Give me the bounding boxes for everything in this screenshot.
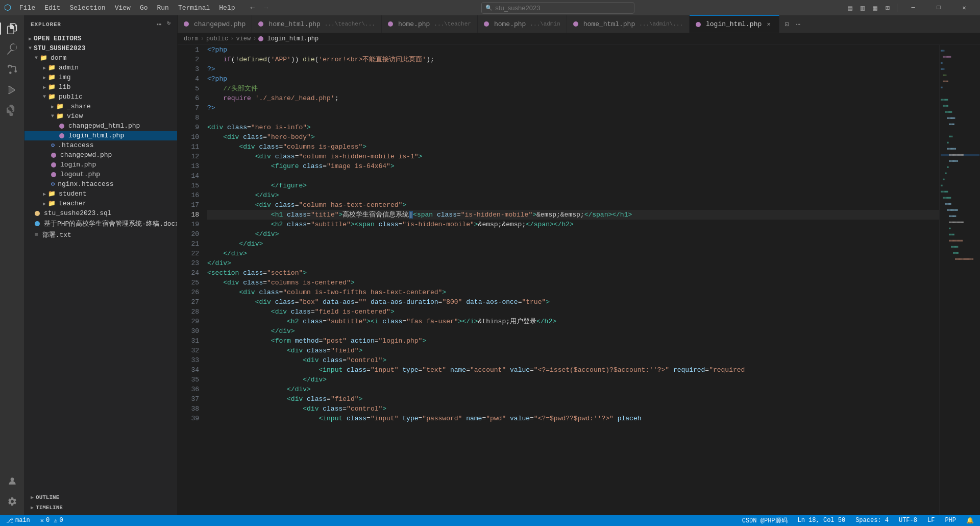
nav-back-button[interactable]: ← (248, 3, 258, 13)
ln-20: 20 (178, 229, 199, 239)
breadcrumb-file-name[interactable]: login_html.php (267, 35, 318, 42)
tab-login-html[interactable]: login_html.php ✕ (690, 15, 779, 33)
code-line-32: <div class="field"> (207, 346, 939, 355)
status-notifications[interactable]: 🔔 (964, 517, 976, 524)
search-bar: 🔍 (275, 2, 841, 14)
nginx-htaccess-icon: ⚙ (51, 180, 55, 188)
status-line-col[interactable]: Ln 18, Col 50 (796, 517, 848, 524)
tree-folder-img[interactable]: ▶ 📁 img (24, 73, 177, 82)
tree-folder-dorm[interactable]: ▼ 📁 dorm (24, 53, 177, 63)
split-editor-button[interactable]: ⊡ (781, 19, 792, 30)
sidebar-more-button[interactable]: ⋯ (157, 19, 162, 30)
tree-file-logout[interactable]: logout.php (24, 170, 177, 179)
code-line-2: if(!defined('APP')) die('error!<br>不能直接访… (207, 55, 939, 64)
tree-file-txt[interactable]: ≡ 部署.txt (24, 229, 177, 241)
tab-home-teacher[interactable]: home.php ...\teacher (382, 15, 478, 33)
editor-area: changepwd.php home_html.php ...\teacher\… (178, 15, 980, 515)
menu-run[interactable]: Run (153, 3, 173, 13)
ln-24: 24 (178, 268, 199, 278)
tree-file-docx[interactable]: 基于PHP的高校学生宿舍管理系统-终稿.docx (24, 218, 177, 229)
tree-folder-admin[interactable]: ▶ 📁 admin (24, 63, 177, 73)
outline-toggle[interactable]: ▶ OUTLINE (24, 492, 177, 503)
tab-home-html-teacher[interactable]: home_html.php ...\teacher\... (252, 15, 381, 33)
more-tabs-button[interactable]: ⋯ (793, 19, 803, 30)
activity-account[interactable] (3, 472, 21, 490)
code-line-6: require './_share/_head.php'; (207, 93, 939, 103)
status-branch[interactable]: ⎇ main (4, 517, 32, 524)
code-line-14 (207, 171, 939, 181)
code-line-31: <form method="post" action="login.php"> (207, 336, 939, 346)
status-spaces[interactable]: Spaces: 4 (853, 517, 891, 524)
status-language[interactable]: PHP (943, 517, 958, 524)
tree-file-nginx-htaccess[interactable]: ⚙ nginx.htaccess (24, 179, 177, 189)
menu-help[interactable]: Help (215, 3, 239, 13)
layout-btn-2[interactable]: ▥ (857, 3, 868, 13)
ln-2: 2 (178, 55, 199, 64)
line-numbers: 1 2 3 4 5 6 7 8 9 10 11 12 13 14 15 16 1… (178, 45, 203, 515)
ln-8: 8 (178, 113, 199, 123)
breadcrumb-dorm[interactable]: dorm (184, 35, 199, 42)
open-editors-toggle[interactable]: ▶ OPEN EDITORS (24, 34, 177, 43)
ln-13: 13 (178, 161, 199, 171)
main-layout: EXPLORER ⋯ ↻ ▶ OPEN EDITORS ▼ STU_SUSHE2… (0, 15, 980, 515)
timeline-toggle[interactable]: ▶ TIMELINE (24, 503, 177, 513)
tree-file-sql[interactable]: stu_sushe2023.sql (24, 208, 177, 218)
tab-changepwd[interactable]: changepwd.php (178, 15, 252, 33)
tree-file-login-html[interactable]: login_html.php (24, 131, 177, 140)
code-line-5: //头部文件 (207, 84, 939, 93)
minimize-button[interactable]: ─ (901, 0, 925, 15)
tab-login-html-close[interactable]: ✕ (765, 20, 773, 29)
layout-btn-1[interactable]: ▤ (845, 3, 855, 13)
project-label: STU_SUSHE2023 (34, 44, 85, 52)
ln-30: 30 (178, 326, 199, 336)
tree-folder-public[interactable]: ▼ 📁 public (24, 92, 177, 102)
activity-extensions[interactable] (3, 101, 21, 119)
breadcrumb-view[interactable]: view (236, 35, 251, 42)
tree-folder-view[interactable]: ▼ 📁 view (24, 111, 177, 121)
tree-file-changepwd[interactable]: changepwd.php (24, 150, 177, 160)
project-toggle[interactable]: ▼ STU_SUSHE2023 (24, 43, 177, 53)
menu-selection[interactable]: Selection (65, 3, 109, 13)
ln-6: 6 (178, 93, 199, 103)
ln-39: 39 (178, 414, 199, 423)
tree-folder-teacher[interactable]: ▶ 📁 teacher (24, 199, 177, 208)
ln-1: 1 (178, 45, 199, 55)
menu-view[interactable]: View (111, 3, 135, 13)
activity-search[interactable] (3, 40, 21, 58)
tab-home-html-admin[interactable]: home_html.php ...\admin\... (567, 15, 690, 33)
menu-edit[interactable]: Edit (40, 3, 64, 13)
maximize-button[interactable]: □ (927, 0, 950, 15)
menu-terminal[interactable]: Terminal (174, 3, 214, 13)
activity-source-control[interactable] (3, 60, 21, 79)
status-errors[interactable]: ✕ 0 ⚠ 0 (38, 517, 65, 524)
status-feedback[interactable]: CSDN @PHP源码 (740, 516, 790, 525)
code-content[interactable]: <?php if(!defined('APP')) die('error!<br… (203, 45, 939, 515)
tree-folder-share[interactable]: ▶ 📁 _share (24, 102, 177, 111)
layout-btn-3[interactable]: ▦ (870, 3, 880, 13)
status-encoding[interactable]: UTF-8 (897, 517, 919, 524)
status-eol[interactable]: LF (925, 517, 937, 524)
nav-forward-button[interactable]: → (261, 3, 271, 13)
tree-file-htaccess[interactable]: ⚙ .htaccess (24, 140, 177, 150)
menu-file[interactable]: File (15, 3, 39, 13)
tab-home-teacher-path: ...\teacher (434, 21, 471, 27)
tab-home-html-teacher-icon (258, 21, 263, 27)
tree-folder-lib[interactable]: ▶ 📁 lib (24, 82, 177, 92)
htaccess-label: .htaccess (58, 141, 93, 149)
ln-31: 31 (178, 336, 199, 346)
close-button[interactable]: ✕ (952, 0, 976, 15)
tree-file-changepwd-html[interactable]: changepwd_html.php (24, 121, 177, 131)
breadcrumb-public[interactable]: public (206, 35, 228, 42)
search-input[interactable] (481, 2, 634, 14)
activity-explorer[interactable] (3, 19, 21, 38)
ln-26: 26 (178, 288, 199, 297)
tree-file-login[interactable]: login.php (24, 160, 177, 170)
menu-go[interactable]: Go (136, 3, 152, 13)
activity-run[interactable] (3, 81, 21, 99)
tab-home-admin[interactable]: home.php ...\admin (478, 15, 567, 33)
layout-btn-4[interactable]: ⊞ (883, 3, 893, 13)
tree-folder-student[interactable]: ▶ 📁 student (24, 189, 177, 199)
docx-label: 基于PHP的高校学生宿舍管理系统-终稿.docx (44, 219, 177, 228)
activity-settings[interactable] (3, 492, 21, 511)
eol-text: LF (927, 517, 935, 524)
